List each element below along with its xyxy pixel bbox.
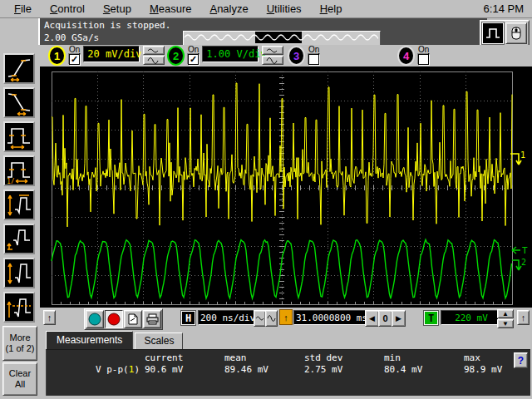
pulse-width-icon	[6, 125, 32, 150]
delay-field[interactable]: 31.0000800 ms	[293, 310, 367, 325]
col-header-mean: mean	[224, 352, 304, 364]
timebase-decrease-button[interactable]	[254, 310, 266, 327]
large-wave-icon	[267, 314, 276, 323]
tab-measurements[interactable]: Measurements	[46, 331, 133, 349]
delay-reference-button[interactable]: ↑	[279, 309, 293, 325]
timebase-increase-button[interactable]	[265, 310, 278, 327]
measurement-mean-value: 89.46 mV	[224, 364, 304, 376]
waveform-display[interactable]: 1 T 2	[40, 66, 532, 308]
channel-2-ground-marker[interactable]: 2	[510, 256, 532, 279]
stop-button[interactable]	[105, 310, 123, 328]
v-avg-icon	[6, 295, 32, 320]
channel-3-badge[interactable]: 3	[288, 46, 305, 66]
menu-utilities[interactable]: Utilities	[258, 1, 311, 17]
channel-3-on-label: On	[308, 46, 319, 53]
delay-zero-button[interactable]: 0	[378, 310, 392, 327]
measurement-row-label: V p-p(1)	[47, 364, 145, 376]
menu-help[interactable]: Help	[311, 1, 352, 17]
measure-vpp-button[interactable]	[3, 258, 35, 288]
large-wave-icon	[147, 57, 160, 64]
expand-left-button[interactable]: ↑	[43, 310, 56, 325]
oscilloscope-app: File Control Setup Measure Analyze Utili…	[0, 0, 532, 399]
screen-copy-button[interactable]	[124, 310, 142, 328]
clear-label-line1: Clear	[9, 368, 31, 379]
trigger-level-up-button[interactable]: ▲	[497, 309, 514, 318]
memory-bar-waveform-icon	[184, 32, 378, 43]
trigger-level-spinner: ▲ ▼	[497, 309, 514, 328]
measure-pulse-width-button[interactable]	[3, 121, 35, 152]
tab-scales[interactable]: Scales	[135, 332, 183, 349]
channel-1-ground-marker[interactable]: 1	[508, 148, 530, 175]
pulse-icon	[485, 26, 501, 41]
scale-up-button[interactable]	[262, 46, 283, 55]
copy-page-icon	[127, 313, 139, 325]
run-icon	[88, 313, 101, 326]
svg-text:1/: 1/	[7, 178, 15, 184]
delay-right-button[interactable]: ▶	[392, 310, 406, 327]
menu-file[interactable]: File	[5, 1, 41, 17]
trigger-setup-button[interactable]: T	[424, 311, 438, 325]
measure-fall-time-button[interactable]	[3, 87, 35, 118]
memory-bar[interactable]	[183, 31, 381, 46]
timebase-field[interactable]: 200 ns/div	[198, 310, 254, 325]
trigger-level-field[interactable]: 220 mV	[441, 310, 499, 325]
measure-vavg-button[interactable]	[3, 292, 35, 323]
col-header-current: current	[145, 352, 224, 364]
right-triangle-icon: ▶	[396, 314, 401, 323]
pulse-trigger-button[interactable]	[482, 22, 504, 44]
scale-down-button[interactable]	[262, 56, 283, 65]
channel-4-on-checkbox[interactable]: ✓	[418, 54, 429, 65]
bottom-tabs: Measurements Scales	[46, 332, 183, 349]
channel-2-marker-icon: 2	[510, 256, 532, 276]
measure-vmin-button[interactable]	[3, 224, 35, 254]
measure-rise-time-button[interactable]	[3, 53, 35, 84]
more-measurements-button[interactable]: More (1 of 2)	[2, 326, 37, 361]
menu-setup[interactable]: Setup	[94, 1, 140, 17]
channel-1-badge[interactable]: 1	[48, 46, 66, 66]
measure-frequency-button[interactable]: 1/	[3, 155, 35, 186]
measurement-min-value: 80.4 mV	[384, 364, 464, 376]
menu-measure[interactable]: Measure	[140, 1, 201, 17]
mouse-icon	[510, 26, 523, 41]
channel-2-on-label: On	[188, 46, 199, 53]
horizontal-trigger-toolbar: ↑	[38, 308, 532, 331]
channel-1-on-checkbox[interactable]: ✓	[69, 54, 80, 65]
measure-vmax-button[interactable]	[3, 190, 35, 220]
expand-right-button[interactable]: ↑	[517, 310, 530, 325]
print-button[interactable]	[143, 310, 161, 328]
scale-down-button[interactable]	[143, 56, 165, 65]
channel-1-on-label: On	[69, 46, 80, 53]
channel-3-on-checkbox[interactable]: ✓	[308, 54, 319, 65]
waveform-plot[interactable]	[40, 66, 532, 308]
scale-up-button[interactable]	[143, 46, 165, 55]
channel-1-scale-spinner	[143, 46, 165, 65]
menu-control[interactable]: Control	[41, 1, 94, 17]
help-button[interactable]: ?	[514, 352, 528, 368]
topright-button-group	[480, 20, 530, 47]
channel-2-controls: 2 On ✓ 1.00 V/div	[167, 46, 283, 66]
menu-analyze[interactable]: Analyze	[200, 1, 257, 17]
channel-1-scale-field[interactable]: 20 mV/div	[83, 46, 140, 62]
trigger-level-down-button[interactable]: ▼	[497, 319, 514, 328]
clear-all-button[interactable]: Clear All	[2, 362, 37, 396]
up-arrow-icon: ↑	[521, 313, 526, 323]
col-header-min: min	[384, 352, 464, 364]
spin-up-icon: ▲	[502, 310, 509, 318]
mouse-pointer-button[interactable]	[505, 22, 527, 44]
run-button[interactable]	[86, 310, 104, 328]
channel-4-badge[interactable]: 4	[397, 46, 415, 66]
svg-text:1: 1	[520, 150, 525, 160]
channel-2-on-checkbox[interactable]: ✓	[188, 54, 199, 65]
check-icon: ✓	[190, 54, 197, 64]
channel-2-scale-spinner	[262, 46, 283, 65]
channel-2-badge[interactable]: 2	[167, 46, 185, 66]
channel-2-scale-field[interactable]: 1.00 V/div	[202, 46, 259, 62]
channel-1-controls: 1 On ✓ 20 mV/div	[48, 46, 165, 66]
up-arrow-icon: ↑	[47, 313, 52, 323]
stop-icon	[107, 313, 121, 326]
horizontal-setup-button[interactable]: H	[181, 311, 195, 325]
delay-left-button[interactable]: ◀	[365, 310, 379, 327]
rise-time-icon	[6, 57, 32, 81]
small-wave-icon	[255, 315, 264, 322]
printer-icon	[146, 313, 159, 325]
